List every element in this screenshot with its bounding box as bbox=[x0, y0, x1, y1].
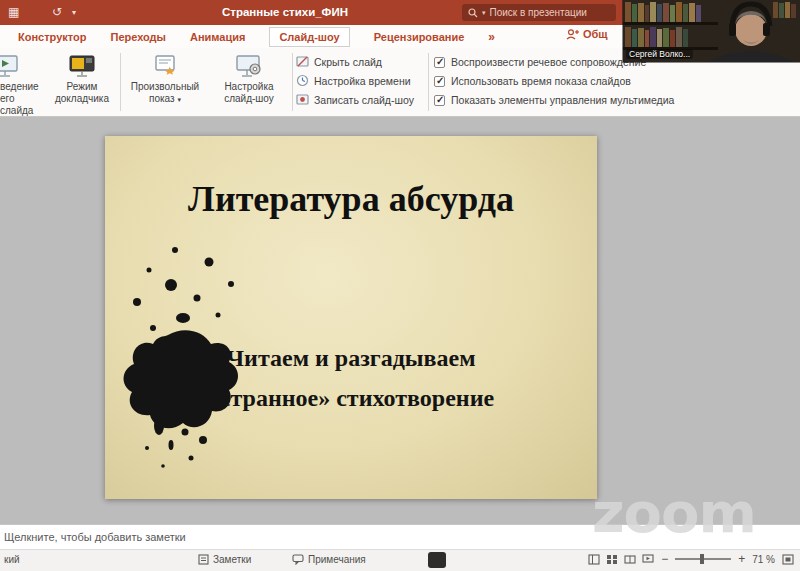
share-button[interactable]: Общ bbox=[566, 28, 608, 40]
rehearse-timings-label: Настройка времени bbox=[314, 75, 411, 87]
clock-icon bbox=[296, 74, 309, 87]
participant-name-label: Сергей Волко... bbox=[626, 49, 693, 59]
search-icon bbox=[468, 8, 478, 18]
search-placeholder: Поиск в презентации bbox=[490, 7, 587, 18]
slide-body-line1: Читаем и разгадываем bbox=[105, 338, 597, 378]
play-narrations-checkbox[interactable]: Воспроизвести речевое сопровождение bbox=[434, 56, 646, 68]
notes-toggle-label: Заметки bbox=[213, 554, 251, 565]
from-current-slide-button[interactable]: ведение его слайда bbox=[0, 51, 48, 117]
tab-perekhody[interactable]: Переходы bbox=[110, 31, 166, 43]
from-current-label-line1: ведение bbox=[0, 81, 48, 93]
tab-konstruktor[interactable]: Конструктор bbox=[18, 31, 86, 43]
monitor-play-icon bbox=[0, 54, 18, 78]
presenter-monitor-icon bbox=[69, 54, 95, 78]
comments-toggle-label: Примечания bbox=[308, 554, 366, 565]
show-media-controls-label: Показать элементы управления мультимедиа bbox=[451, 94, 674, 106]
window-title: Странные стихи_ФИН bbox=[160, 0, 410, 25]
hide-slide-icon bbox=[296, 55, 309, 68]
presenter-label-line1: Режим bbox=[48, 81, 116, 93]
status-bar: кий Заметки Примечания bbox=[0, 549, 800, 571]
custom-show-icon bbox=[153, 54, 177, 78]
play-narrations-label: Воспроизвести речевое сопровождение bbox=[451, 56, 646, 68]
setup-label-line2: слайд-шоу bbox=[210, 93, 288, 105]
hide-slide-button[interactable]: Скрыть слайд bbox=[296, 55, 382, 68]
undo-icon[interactable]: ↺ bbox=[52, 4, 62, 21]
zoom-slider-thumb[interactable] bbox=[700, 554, 704, 564]
rehearse-timings-button[interactable]: Настройка времени bbox=[296, 74, 411, 87]
use-timings-label: Использовать время показа слайдов bbox=[451, 75, 631, 87]
presentation-icon[interactable]: ▦ bbox=[8, 4, 19, 21]
slide-canvas-area: Литература абсурда bbox=[0, 117, 800, 524]
webcam-video-tile[interactable]: Сергей Волко... bbox=[623, 0, 800, 62]
zoom-slider[interactable] bbox=[675, 558, 731, 560]
slide-sorter-view-icon[interactable] bbox=[606, 554, 618, 565]
caret-down-icon[interactable]: ▾ bbox=[72, 4, 76, 21]
tab-retsenzirovanie[interactable]: Рецензирование bbox=[374, 31, 465, 43]
ribbon-separator bbox=[292, 53, 293, 111]
normal-view-icon[interactable] bbox=[588, 554, 600, 565]
language-indicator[interactable]: кий bbox=[4, 554, 20, 565]
reading-view-icon[interactable] bbox=[624, 554, 636, 565]
add-person-icon bbox=[566, 29, 579, 40]
slide-body-line2: «странное» стихотворение bbox=[105, 378, 597, 418]
slide-body-textbox[interactable]: Читаем и разгадываем «странное» стихотво… bbox=[105, 338, 597, 418]
view-switcher bbox=[588, 554, 654, 565]
checkbox-checked-icon bbox=[434, 57, 445, 68]
checkbox-checked-icon bbox=[434, 76, 445, 87]
statusbar-right-cluster: − + 71 % bbox=[588, 553, 794, 565]
zoom-watermark: zoom bbox=[592, 480, 756, 545]
custom-show-label-line1: Произвольный bbox=[124, 81, 206, 93]
custom-show-label-line2: показ bbox=[149, 93, 175, 104]
dropdown-caret-icon: ▾ bbox=[177, 96, 181, 103]
ribbon-separator bbox=[428, 53, 429, 111]
comments-toggle-button[interactable]: Примечания bbox=[292, 554, 366, 565]
setup-label-line1: Настройка bbox=[210, 81, 288, 93]
slide[interactable]: Литература абсурда bbox=[105, 136, 597, 499]
slideshow-view-icon[interactable] bbox=[642, 554, 654, 565]
setup-slideshow-button[interactable]: Настройка слайд-шоу bbox=[210, 51, 288, 105]
zoom-percentage[interactable]: 71 % bbox=[752, 554, 775, 565]
setup-monitor-gear-icon bbox=[236, 54, 262, 78]
use-timings-checkbox[interactable]: Использовать время показа слайдов bbox=[434, 75, 631, 87]
comment-icon bbox=[292, 554, 304, 565]
tab-animatsiya[interactable]: Анимация bbox=[190, 31, 245, 43]
search-caret-icon: ▾ bbox=[482, 9, 486, 17]
notes-icon bbox=[198, 554, 209, 565]
dark-ui-fragment-button[interactable] bbox=[428, 552, 446, 568]
presenter-label-line2: докладчика bbox=[48, 93, 116, 105]
presenter-view-button[interactable]: Режим докладчика bbox=[48, 51, 116, 105]
notes-placeholder: Щелкните, чтобы добавить заметки bbox=[0, 531, 186, 543]
notes-toggle-button[interactable]: Заметки bbox=[198, 554, 251, 565]
share-label: Общ bbox=[583, 28, 608, 40]
checkbox-checked-icon bbox=[434, 95, 445, 106]
fit-to-window-icon[interactable] bbox=[782, 554, 794, 565]
search-box[interactable]: ▾ Поиск в презентации bbox=[462, 4, 616, 21]
zoom-out-button[interactable]: − bbox=[661, 553, 668, 565]
zoom-in-button[interactable]: + bbox=[738, 553, 745, 565]
tabs-overflow-chevron-icon[interactable]: » bbox=[488, 30, 495, 44]
hide-slide-label: Скрыть слайд bbox=[314, 56, 382, 68]
tab-slideshow-active[interactable]: Слайд-шоу bbox=[269, 27, 349, 47]
show-media-controls-checkbox[interactable]: Показать элементы управления мультимедиа bbox=[434, 94, 674, 106]
from-current-label-line2: его слайда bbox=[0, 93, 48, 117]
slide-title-text[interactable]: Литература абсурда bbox=[105, 178, 597, 220]
custom-show-button[interactable]: Произвольный показ ▾ bbox=[124, 51, 206, 106]
record-slideshow-button[interactable]: Записать слайд-шоу bbox=[296, 93, 414, 106]
ribbon-separator bbox=[120, 53, 121, 111]
record-icon bbox=[296, 93, 309, 106]
record-slideshow-label: Записать слайд-шоу bbox=[314, 94, 414, 106]
